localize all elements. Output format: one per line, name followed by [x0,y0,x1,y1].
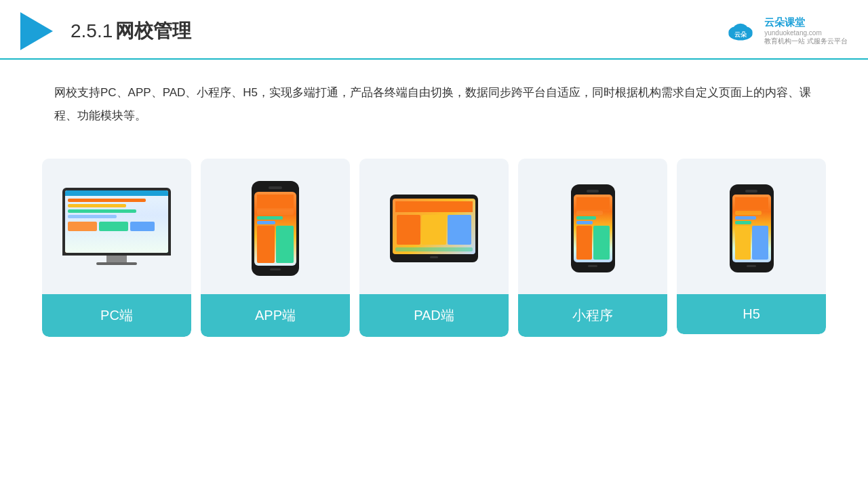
logo-triangle-icon [20,12,53,50]
title-text: 网校管理 [115,20,191,41]
h5-label: H5 [677,294,826,334]
pad-screen [393,199,475,254]
miniprogram-screen [574,195,612,262]
pc-label: PC端 [42,294,191,337]
brand-text: 云朵课堂 yunduoketang.com 教育机构一站 式服务云平台 [764,16,848,46]
title-number: 2.5.1 [71,20,113,41]
app-screen [254,192,296,266]
header-left: 2.5.1网校管理 [20,12,191,50]
header: 2.5.1网校管理 云朵 云朵课堂 yunduoketang.com 教育机构一… [0,0,868,60]
description-text: 网校支持PC、APP、PAD、小程序、H5，实现多端打通，产品各终端自由切换，数… [0,60,868,138]
app-phone [252,181,299,276]
brand-logo: 云朵 云朵课堂 yunduoketang.com 教育机构一站 式服务云平台 [724,16,848,46]
svg-text:云朵: 云朵 [734,31,747,38]
brand-url: yunduoketang.com [764,29,822,37]
pad-image-area [359,159,509,294]
h5-image-area [677,159,826,294]
h5-phone [730,184,774,272]
brand-name: 云朵课堂 [764,16,805,29]
app-card: APP端 [201,159,350,337]
cloud-icon: 云朵 [724,20,757,42]
brand-slogan: 教育机构一站 式服务云平台 [764,37,848,46]
pc-monitor [62,188,171,269]
h5-card: H5 [677,159,826,334]
miniprogram-card: 小程序 [518,159,667,337]
h5-screen [732,195,771,262]
pc-screen-inner [65,190,168,253]
app-label: APP端 [201,294,350,337]
pad-card: PAD端 [359,159,509,337]
pad-label: PAD端 [359,294,509,337]
miniprogram-image-area [518,159,667,294]
pad-tablet [390,195,478,262]
device-cards-container: PC端 [0,145,868,337]
miniprogram-label: 小程序 [518,294,667,337]
pc-screen-outer [62,188,171,256]
page-title: 2.5.1网校管理 [71,18,191,44]
app-image-area [201,159,350,294]
miniprogram-phone [571,184,615,272]
pc-image-area [42,159,191,294]
pc-card: PC端 [42,159,191,337]
